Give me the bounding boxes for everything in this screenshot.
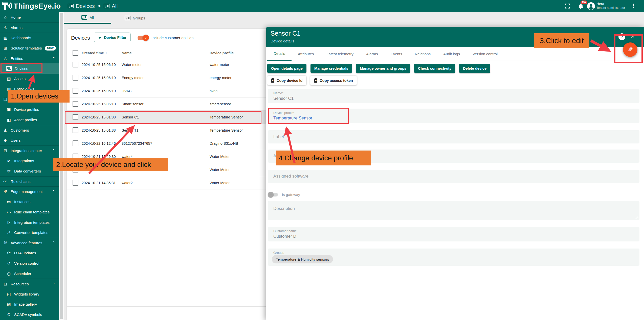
breadcrumb-all[interactable]: All — [104, 3, 118, 9]
entities-icon: △ — [3, 56, 8, 61]
is-gateway-toggle[interactable]: – — [268, 193, 278, 196]
copy-device-id-button[interactable]: Copy device Id — [267, 76, 306, 85]
panel-tab-version-control[interactable]: Version control — [466, 47, 504, 61]
description-field[interactable]: Description — [268, 201, 639, 220]
sidebar-item-users[interactable]: ☻Users — [0, 135, 59, 145]
sidebar-item-widgets-library[interactable]: ◰Widgets library — [0, 289, 59, 299]
cell-name: Water meter — [122, 63, 210, 67]
sidebar-item-image-gallery[interactable]: ▨Image gallery — [0, 299, 59, 310]
kebab-menu-icon[interactable]: ⋮ — [631, 3, 636, 9]
sidebar-item-integrations[interactable]: ⊳Integrations — [0, 156, 59, 166]
sidebar-item-label: Data converters — [14, 169, 59, 173]
tab-all[interactable]: All — [64, 12, 111, 24]
sidebar-item-entities[interactable]: △Entities⌃ — [0, 53, 59, 63]
widgets-library-icon: ◰ — [6, 292, 12, 297]
sidebar-item-device-profiles[interactable]: ▣Device profiles — [0, 104, 59, 115]
sidebar-item-converter-templates[interactable]: ⇄Converter templates — [0, 227, 59, 238]
device-filter-button[interactable]: Device Filter — [94, 33, 130, 42]
sidebar-item-assets[interactable]: ▤Assets — [0, 74, 59, 84]
sidebar-item-edge-management[interactable]: ΨEdge management⌃ — [0, 186, 59, 197]
sidebar-item-dashboards[interactable]: ▦Dashboards — [0, 33, 59, 43]
logo[interactable]: ThingsEye.io — [2, 2, 61, 10]
sidebar-item-customers[interactable]: ♟Customers — [0, 125, 59, 135]
row-checkbox[interactable] — [73, 140, 78, 146]
panel-tab-relations[interactable]: Relations — [408, 47, 437, 61]
sidebar-item-label: Rule chain templates — [14, 210, 59, 214]
sidebar-item-ota-updates[interactable]: ⟳OTA updates — [0, 248, 59, 258]
cell-created: 2024-10-21 14:35:31 — [82, 181, 122, 185]
field-assigned-software[interactable]: Assigned software — [268, 170, 639, 183]
sidebar: ⌂Home⚠Alarms▦Dashboards⊞Solution templat… — [0, 12, 59, 320]
fullscreen-icon[interactable] — [565, 3, 570, 9]
open-details-page-button[interactable]: Open details page — [267, 64, 306, 73]
copy-access-token-button[interactable]: Copy access token — [310, 76, 357, 85]
sidebar-item-resources[interactable]: ⊟Resources⌃ — [0, 279, 59, 289]
row-checkbox[interactable] — [73, 127, 78, 133]
row-checkbox[interactable] — [73, 101, 78, 107]
user-info[interactable]: Hera Tenant administrator — [596, 2, 629, 10]
group-chip[interactable]: Temperature & Humidity sensors — [272, 255, 333, 263]
sidebar-item-data-converters[interactable]: ⇄Data converters — [0, 166, 59, 176]
sidebar-item-solution-templates[interactable]: ⊞Solution templatesNEW — [0, 43, 59, 53]
delete-device-button[interactable]: Delete device — [459, 64, 490, 73]
annotation-step-3: 3.Click to edit — [534, 33, 589, 48]
sidebar-item-label: Integration templates — [14, 220, 59, 225]
copy-label: Copy access token — [320, 79, 353, 83]
sidebar-item-label: Widgets library — [14, 292, 59, 296]
panel-tab-latest-telemetry[interactable]: Latest telemetry — [320, 47, 360, 61]
panel-tab-attributes[interactable]: Attributes — [292, 47, 320, 61]
sidebar-item-scada-symbols[interactable]: ⊙SCADA symbols — [0, 309, 59, 320]
row-checkbox[interactable] — [73, 88, 78, 94]
sidebar-item-asset-profiles[interactable]: ◧Asset profiles — [0, 115, 59, 125]
highlight-box-edit-fab — [614, 34, 643, 63]
copy-icon — [271, 79, 274, 83]
row-checkbox[interactable] — [73, 75, 78, 81]
panel-tab-details[interactable]: Details — [267, 47, 292, 61]
select-all-checkbox[interactable] — [73, 50, 78, 56]
screen: ThingsEye.io Devices > All 99+ — [0, 0, 644, 320]
sidebar-item-label: Device profiles — [14, 107, 59, 112]
sidebar-item-rule-chains[interactable]: ‹·›Rule chains — [0, 176, 59, 187]
highlight-box-devices — [1, 63, 42, 73]
include-customer-entities-toggle[interactable]: ✓ — [138, 36, 148, 40]
panel-tab-events[interactable]: Events — [384, 47, 409, 61]
check-connectivity-button[interactable]: Check connectivity — [414, 64, 455, 73]
panel-tab-audit-logs[interactable]: Audit logs — [437, 47, 466, 61]
chevron-up-icon: ⌃ — [52, 190, 55, 194]
row-checkbox[interactable] — [73, 180, 78, 186]
sidebar-item-label: Resources — [11, 282, 52, 286]
field-label[interactable]: Label — [268, 130, 639, 143]
sidebar-item-label: Version control — [14, 261, 59, 265]
tab-groups[interactable]: Groups — [111, 12, 159, 24]
new-badge: NEW — [45, 46, 56, 51]
groups-field: Groups Temperature & Humidity sensors — [268, 249, 639, 266]
groups-label: Groups — [273, 251, 284, 255]
sidebar-item-label: Image gallery — [14, 302, 59, 306]
group-chips: Temperature & Humidity sensors — [272, 255, 333, 263]
description-placeholder: Description — [273, 206, 295, 211]
sidebar-item-scheduler[interactable]: ◷Scheduler — [0, 268, 59, 279]
sidebar-item-instances[interactable]: ▭Instances — [0, 197, 59, 207]
asset-profiles-icon: ◧ — [6, 117, 12, 122]
panel-tab-alarms[interactable]: Alarms — [360, 47, 384, 61]
breadcrumb-devices[interactable]: Devices — [68, 3, 95, 9]
sidebar-item-advanced-features[interactable]: ⚒Advanced features⌃ — [0, 238, 59, 248]
manage-credentials-button[interactable]: Manage credentials — [310, 64, 352, 73]
column-created-time[interactable]: Created time↓ — [82, 51, 122, 55]
sidebar-item-integration-templates[interactable]: ⊳Integration templates — [0, 217, 59, 228]
alarms-icon: ⚠ — [3, 25, 8, 30]
resize-handle-icon[interactable] — [635, 216, 638, 219]
data-converters-icon: ⇄ — [6, 169, 12, 174]
sidebar-item-integrations-center[interactable]: ⊡Integrations center⌃ — [0, 145, 59, 156]
row-checkbox[interactable] — [73, 62, 78, 67]
sidebar-item-alarms[interactable]: ⚠Alarms — [0, 22, 59, 33]
avatar[interactable] — [587, 2, 595, 10]
field-name[interactable]: Name*Sensor C1 — [268, 89, 639, 103]
sidebar-item-home[interactable]: ⌂Home — [0, 12, 59, 22]
column-name[interactable]: Name — [122, 51, 210, 55]
manage-owner-and-groups-button[interactable]: Manage owner and groups — [356, 64, 410, 73]
field-label: Name* — [273, 91, 283, 95]
sidebar-item-label: Scheduler — [14, 272, 59, 276]
sidebar-item-rule-chain-templates[interactable]: ‹·›Rule chain templates — [0, 207, 59, 217]
sidebar-item-version-control[interactable]: ↺Version control — [0, 258, 59, 268]
